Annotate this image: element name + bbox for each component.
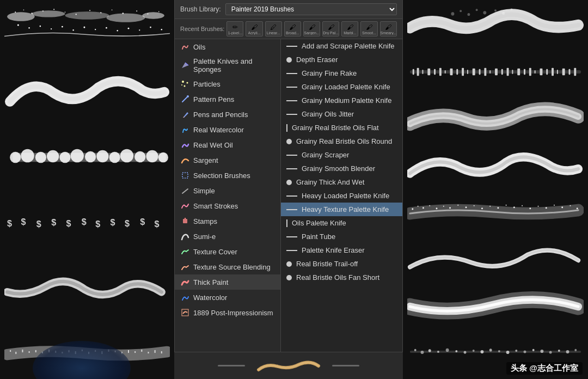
category-thick-paint[interactable]: Thick Paint bbox=[175, 274, 280, 290]
svg-point-31 bbox=[150, 27, 151, 28]
brush-paint-tube[interactable]: Paint Tube bbox=[281, 230, 402, 243]
recent-brush-acrylic[interactable]: 🖌 Acryli... bbox=[246, 21, 262, 36]
category-oils[interactable]: Oils bbox=[175, 39, 280, 54]
brush-real-bristle-oils-fan-short[interactable]: Real Bristle Oils Fan Short bbox=[281, 271, 402, 284]
svg-rect-108 bbox=[462, 68, 464, 76]
category-watercolor[interactable]: Watercolor bbox=[175, 290, 280, 305]
svg-point-13 bbox=[100, 12, 101, 13]
svg-point-140 bbox=[489, 205, 491, 206]
svg-point-141 bbox=[497, 207, 499, 209]
category-particles[interactable]: Particles bbox=[175, 76, 280, 91]
right-preview-6 bbox=[407, 239, 584, 278]
svg-rect-100 bbox=[417, 68, 419, 76]
svg-point-138 bbox=[474, 205, 475, 206]
category-texture-cover[interactable]: Texture Cover bbox=[175, 244, 280, 259]
category-sargent[interactable]: Sargent bbox=[175, 152, 280, 168]
category-1889-post-impressionism[interactable]: 1889 Post-Impressionism bbox=[175, 305, 280, 320]
svg-rect-104 bbox=[439, 68, 442, 76]
svg-point-23 bbox=[62, 26, 63, 28]
brush-real-bristle-trail-off[interactable]: Real Bristle Trail-off bbox=[281, 257, 402, 271]
brush-grainy-oils-jitter[interactable]: Grainy Oils Jitter bbox=[281, 107, 402, 121]
svg-point-5 bbox=[15, 11, 16, 13]
brush-grainy-scraper[interactable]: Grainy Scraper bbox=[281, 148, 402, 162]
svg-point-148 bbox=[554, 204, 555, 205]
recent-brush-1-pixel[interactable]: ✏ 1-pixel... bbox=[226, 21, 243, 36]
recent-brush-smooth[interactable]: 🖌 Smoot... bbox=[360, 21, 377, 36]
svg-text:$: $ bbox=[140, 217, 145, 227]
left-preview-2 bbox=[4, 71, 170, 110]
svg-rect-77 bbox=[134, 351, 136, 353]
brush-grainy-real-bristle-oils-round[interactable]: Grainy Real Bristle Oils Round bbox=[281, 135, 402, 148]
right-preview-5 bbox=[407, 192, 584, 231]
category-simple[interactable]: Simple bbox=[175, 183, 280, 198]
brush-grainy-smooth-blender[interactable]: Grainy Smooth Blender bbox=[281, 162, 402, 175]
svg-point-162 bbox=[489, 349, 492, 351]
svg-point-19 bbox=[17, 24, 19, 26]
svg-point-131 bbox=[422, 207, 424, 209]
category-selection-brushes[interactable]: Selection Brushes bbox=[175, 168, 280, 183]
recent-brush-dry-pal[interactable]: 🖌 Dry Pal... bbox=[322, 21, 339, 36]
svg-point-86 bbox=[187, 95, 189, 97]
svg-rect-78 bbox=[141, 350, 142, 352]
category-real-wet-oil[interactable]: Real Wet Oil bbox=[175, 137, 280, 152]
svg-point-164 bbox=[506, 351, 510, 354]
recent-brush-sargent[interactable]: 🖌 Sargen... bbox=[303, 21, 320, 36]
svg-point-16 bbox=[136, 10, 137, 11]
svg-rect-122 bbox=[540, 69, 542, 75]
recent-brush-marble[interactable]: 🖌 Marbl... bbox=[341, 21, 358, 36]
category-pattern-pens[interactable]: Pattern Pens bbox=[175, 91, 280, 107]
svg-point-25 bbox=[83, 27, 85, 28]
svg-rect-102 bbox=[427, 69, 430, 75]
brush-grainy-loaded-palette-knife[interactable]: Grainy Loaded Palette Knife bbox=[281, 80, 402, 94]
brush-add-scrape-palette-knife[interactable]: Add and Scrape Palette Knife bbox=[281, 39, 402, 53]
brush-oils-palette-knife[interactable]: Oils Palette Knife bbox=[281, 216, 402, 230]
svg-point-85 bbox=[181, 84, 182, 85]
recent-brush-smeary[interactable]: 🖌 Smeary... bbox=[380, 21, 397, 36]
category-list[interactable]: Oils Palette Knives and Sponges Particle… bbox=[175, 39, 281, 379]
svg-point-161 bbox=[481, 350, 484, 353]
brush-library-select[interactable]: Painter 2019 Brushes bbox=[225, 3, 397, 15]
svg-point-165 bbox=[515, 350, 517, 352]
brush-heavy-texture-palette-knife[interactable]: Heavy Texture Palette Knife bbox=[281, 203, 402, 216]
svg-point-90 bbox=[451, 12, 455, 15]
brush-palette-knife-eraser[interactable]: Palette Knife Eraser bbox=[281, 243, 402, 257]
svg-point-6 bbox=[23, 9, 24, 10]
svg-rect-118 bbox=[517, 69, 520, 75]
svg-point-145 bbox=[529, 207, 531, 209]
svg-rect-87 bbox=[182, 173, 188, 178]
svg-point-83 bbox=[187, 82, 188, 84]
svg-point-32 bbox=[161, 29, 162, 30]
category-sumi-e[interactable]: Sumi-e bbox=[175, 229, 280, 244]
svg-point-8 bbox=[42, 10, 44, 11]
left-preview-panel: $ $ $ $ $ $ $ $ $ $ $ bbox=[0, 0, 174, 379]
svg-point-142 bbox=[506, 204, 507, 205]
category-pens-pencils[interactable]: Pens and Pencils bbox=[175, 107, 280, 122]
category-smart-strokes[interactable]: Smart Strokes bbox=[175, 198, 280, 213]
brush-grainy-fine-rake[interactable]: Grainy Fine Rake bbox=[281, 66, 402, 80]
category-real-watercolor[interactable]: Real Watercolor bbox=[175, 122, 280, 137]
brush-grainy-real-bristle-oils-flat[interactable]: Grainy Real Bristle Oils Flat bbox=[281, 121, 402, 135]
brush-heavy-loaded-palette-knife[interactable]: Heavy Loaded Palette Knife bbox=[281, 189, 402, 203]
brush-depth-eraser[interactable]: Depth Eraser bbox=[281, 53, 402, 66]
svg-point-2 bbox=[65, 11, 109, 19]
svg-point-159 bbox=[464, 351, 467, 353]
svg-rect-124 bbox=[552, 68, 554, 76]
recent-brush-linear[interactable]: 🖊 Linear... bbox=[265, 21, 282, 36]
brush-list[interactable]: Add and Scrape Palette Knife Depth Erase… bbox=[281, 39, 402, 379]
svg-text:$: $ bbox=[36, 219, 41, 229]
category-stamps[interactable]: Stamps bbox=[175, 213, 280, 229]
category-texture-source-blending[interactable]: Texture Source Blending bbox=[175, 259, 280, 274]
brush-grainy-medium-palette-knife[interactable]: Grainy Medium Palette Knife bbox=[281, 94, 402, 107]
svg-rect-115 bbox=[501, 69, 503, 75]
svg-rect-101 bbox=[422, 70, 423, 74]
svg-rect-59 bbox=[15, 352, 16, 354]
svg-rect-113 bbox=[489, 70, 491, 74]
svg-rect-152 bbox=[410, 351, 581, 353]
brush-grainy-thick-and-wet[interactable]: Grainy Thick And Wet bbox=[281, 175, 402, 189]
svg-point-139 bbox=[481, 207, 483, 209]
bottom-brush-preview bbox=[256, 358, 321, 374]
category-palette-knives[interactable]: Palette Knives and Sponges bbox=[175, 54, 280, 76]
svg-point-166 bbox=[524, 350, 526, 353]
svg-rect-120 bbox=[529, 68, 531, 76]
recent-brush-broad[interactable]: 🖌 Broad... bbox=[284, 21, 301, 36]
